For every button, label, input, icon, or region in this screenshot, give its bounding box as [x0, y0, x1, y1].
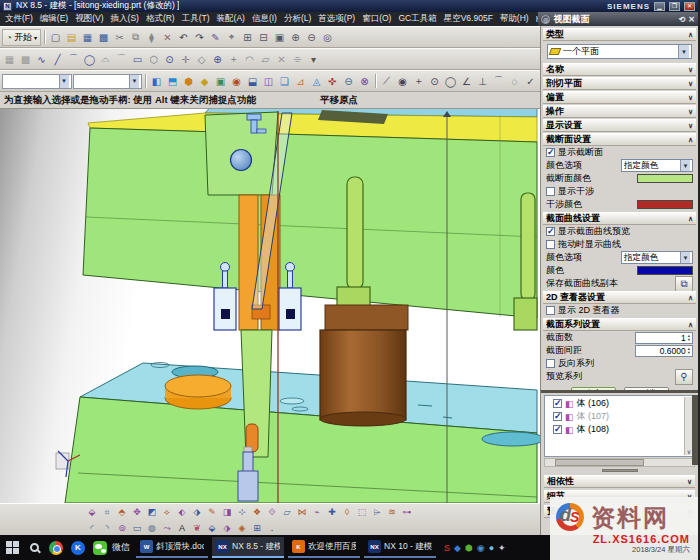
more-icon[interactable]: .	[265, 522, 279, 535]
task-baidu[interactable]: K 欢迎使用百度...	[288, 537, 360, 558]
task-environment-icon[interactable]: ▦	[2, 52, 17, 67]
menu-item[interactable]: 格式(R)	[143, 13, 178, 25]
reverse-series-row[interactable]: 反向系列	[543, 357, 696, 370]
move-component-icon[interactable]: ✥	[130, 506, 144, 519]
sheet-icon[interactable]: ▱	[280, 506, 294, 519]
viewport-canvas[interactable]	[0, 109, 540, 503]
sew-icon[interactable]: ◨	[220, 506, 234, 519]
project-curve-icon[interactable]: ⤳	[160, 522, 174, 535]
fillet-icon[interactable]: ⌓	[98, 52, 113, 67]
snap-fit-icon[interactable]: ⊹	[235, 506, 249, 519]
body-visibility-checkbox[interactable]	[553, 425, 562, 434]
pocket-icon[interactable]: ⬓	[245, 74, 260, 89]
menu-item[interactable]: 帮助(H)	[497, 13, 532, 25]
close-button[interactable]: ✕	[684, 2, 695, 11]
show-viewer-row[interactable]: 显示 2D 查看器	[543, 304, 696, 317]
show-curves-drag-row[interactable]: 拖动时显示曲线	[543, 238, 696, 251]
navigator-row[interactable]: ◧ 体 (107)	[553, 410, 694, 423]
subtract-icon[interactable]: ⊖	[341, 74, 356, 89]
open-file-icon[interactable]: ▤	[64, 30, 79, 45]
snap-intersection-icon[interactable]: ＋	[411, 74, 426, 89]
rect-tool-icon[interactable]: ▭	[130, 522, 144, 535]
mirror-curve-icon[interactable]: ⌯	[290, 52, 305, 67]
guide-hole[interactable]	[231, 150, 252, 171]
emboss-icon[interactable]: ◊	[340, 506, 354, 519]
upper-mold-assembly[interactable]	[83, 109, 537, 330]
bounding-box-icon[interactable]: ⬚	[355, 506, 369, 519]
diamond-icon[interactable]: ◇	[194, 52, 209, 67]
t-slot-fitting[interactable]	[247, 114, 261, 120]
save-copy-button[interactable]: ⧉	[675, 276, 693, 292]
task-nx85[interactable]: NX NX 8.5 - 建模...	[212, 537, 284, 558]
panel-scrollbar-dark[interactable]	[692, 395, 698, 465]
trim-body-icon[interactable]: ⬗	[190, 506, 204, 519]
show-viewer-checkbox[interactable]	[546, 306, 555, 315]
swept-icon[interactable]: ⬗	[220, 522, 234, 535]
join-icon[interactable]: ⋈	[295, 506, 309, 519]
wechat-icon[interactable]	[92, 540, 108, 556]
large-hole-right[interactable]	[482, 432, 540, 446]
pattern-icon[interactable]: ⌗	[100, 506, 114, 519]
spinner-icon[interactable]: ▴▾	[688, 347, 690, 354]
menu-item[interactable]: 信息(I)	[249, 13, 280, 25]
b-plate-green[interactable]	[83, 128, 537, 318]
ruled-icon[interactable]: ⊞	[250, 522, 264, 535]
start-button[interactable]	[4, 540, 20, 556]
section-type-header[interactable]: 类型∧	[543, 28, 696, 41]
restore-button[interactable]: ❐	[669, 2, 680, 11]
menu-item[interactable]: 星空V6.905F	[441, 13, 496, 25]
wave-icon[interactable]: ≋	[385, 506, 399, 519]
pattern-curve-icon[interactable]: ▱	[258, 52, 273, 67]
snap-endpoint-icon[interactable]: ⟋	[379, 74, 394, 89]
menu-item[interactable]: 插入(S)	[108, 13, 142, 25]
snap-angle-icon[interactable]: ∠	[459, 74, 474, 89]
menu-item[interactable]: 窗口(O)	[359, 13, 394, 25]
show-interference-row[interactable]: 显示干涉	[543, 185, 696, 198]
show-curves-drag-checkbox[interactable]	[546, 240, 555, 249]
menu-item[interactable]: 文件(F)	[2, 13, 36, 25]
trim-icon[interactable]: ✕	[274, 52, 289, 67]
cut-icon[interactable]: ✂	[112, 30, 127, 45]
offset-face-icon[interactable]: ⬘	[115, 506, 129, 519]
circle-icon[interactable]: ◯	[82, 52, 97, 67]
interference-color-swatch[interactable]	[637, 200, 693, 209]
redo-icon[interactable]: ↷	[192, 30, 207, 45]
menu-item[interactable]: 编辑(E)	[37, 13, 71, 25]
chevron-down-icon[interactable]: ▼	[680, 160, 690, 171]
menu-item[interactable]: 分析(L)	[281, 13, 314, 25]
cutface-settings-header[interactable]: 截断面设置∧	[543, 133, 696, 146]
navigator-row[interactable]: ◧ 体 (108)	[553, 423, 694, 436]
lower-mold-assembly[interactable]	[65, 330, 540, 503]
support-block[interactable]	[325, 305, 408, 330]
split-body-icon[interactable]: ⬖	[175, 506, 189, 519]
datum-plane-icon[interactable]: ◧	[149, 74, 164, 89]
edit-feature-icon[interactable]: ✎	[205, 506, 219, 519]
show-interference-checkbox[interactable]	[546, 187, 555, 196]
intersect-icon[interactable]: ⊗	[357, 74, 372, 89]
support-pillar[interactable]	[320, 330, 406, 426]
show-cutface-row[interactable]: 显示截断面	[543, 146, 696, 159]
snap-enabled-icon[interactable]: ✓	[523, 74, 538, 89]
body-visibility-checkbox[interactable]	[553, 399, 562, 408]
tray-icon-3[interactable]: ●	[489, 543, 494, 553]
arc-tool2-icon[interactable]: ◝	[100, 522, 114, 535]
line-icon[interactable]: ╱	[50, 52, 65, 67]
t-slot-tab[interactable]	[257, 129, 266, 133]
draft-icon[interactable]: ◬	[309, 74, 324, 89]
dialog-options-icon[interactable]: ◎	[541, 15, 550, 24]
title-bar[interactable]: N NX 8.5 - 建模 - [sitong-xieding.prt (修改的…	[0, 0, 698, 12]
more-options-icon[interactable]: ▾	[306, 52, 321, 67]
face-blend-icon[interactable]: ❦	[190, 522, 204, 535]
collapsed-section-bar[interactable]: 剖切平面∨	[543, 77, 696, 90]
orient-view-icon[interactable]: ◎	[320, 30, 335, 45]
task-nx10[interactable]: NX NX 10 - 建模...	[364, 537, 436, 558]
snap-quadrant-icon[interactable]: ◌	[507, 74, 522, 89]
arc-tool-icon[interactable]: ◜	[85, 522, 99, 535]
through-curves-icon[interactable]: ◈	[235, 522, 249, 535]
panel-splitter[interactable]	[544, 467, 695, 473]
task-word-doc[interactable]: W 斜顶滑块.doc...	[136, 537, 208, 558]
paste-icon[interactable]: ⧫	[144, 30, 159, 45]
chevron-down-icon[interactable]: ▼	[678, 45, 689, 58]
window-cascade-icon[interactable]: ⊟	[256, 30, 271, 45]
section-type-dropdown[interactable]: 一个平面 ▼	[547, 44, 692, 59]
